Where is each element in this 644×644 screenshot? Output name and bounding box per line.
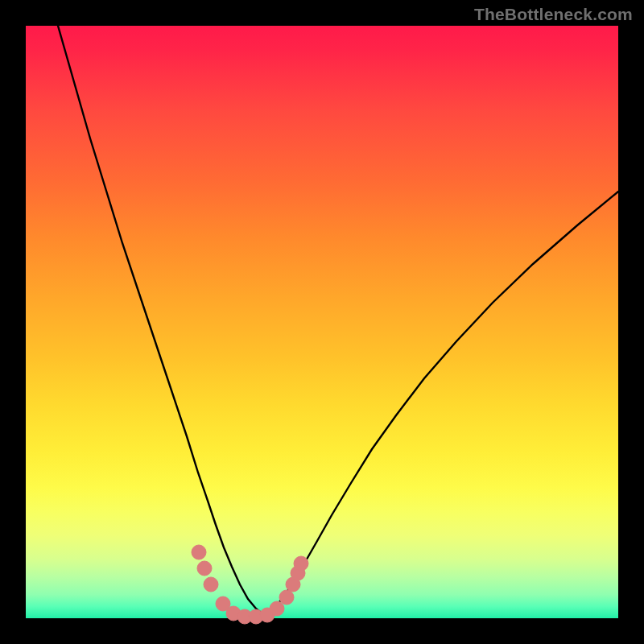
valley-marker [294, 556, 308, 571]
valley-markers [192, 545, 308, 624]
right-curve [264, 192, 618, 615]
plot-area [26, 26, 618, 618]
left-curve [58, 26, 264, 615]
watermark-text: TheBottleneck.com [474, 5, 633, 24]
chart-frame: TheBottleneck.com [0, 0, 644, 644]
valley-marker [197, 561, 212, 576]
valley-marker [204, 577, 218, 592]
valley-marker [192, 545, 206, 559]
valley-marker [270, 601, 284, 616]
valley-marker [279, 590, 294, 605]
curves-svg [26, 26, 618, 618]
